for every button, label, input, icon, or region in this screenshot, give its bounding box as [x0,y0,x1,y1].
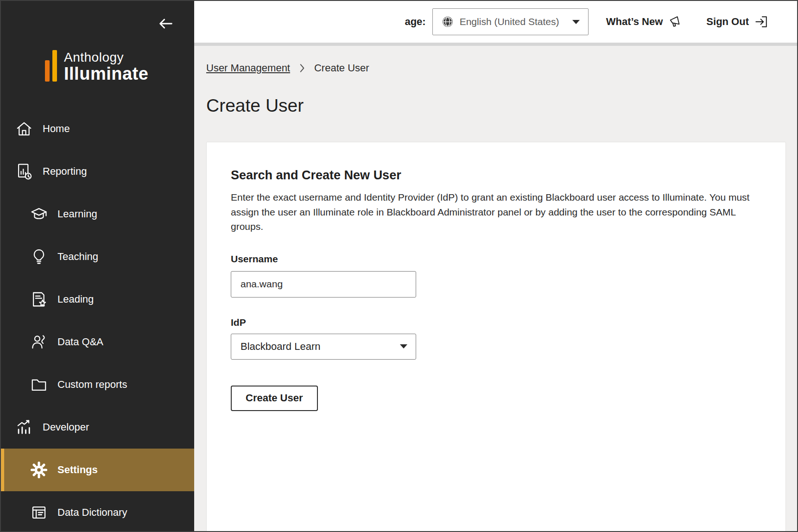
data-qa-icon [30,333,48,351]
custom-reports-icon [30,375,48,394]
reporting-icon [15,162,33,181]
sign-out-label: Sign Out [706,16,749,28]
sign-out-icon [754,15,768,29]
sidebar-item-home[interactable]: Home [1,108,194,150]
username-label: Username [231,253,761,265]
topbar: age: English (United States) What’s New [194,1,797,46]
whats-new-button[interactable]: What’s New [606,15,683,29]
sidebar-item-custom-reports[interactable]: Custom reports [1,363,194,406]
logo-line1: Anthology [64,50,148,65]
sidebar-item-data-qa[interactable]: Data Q&A [1,321,194,363]
developer-icon [15,418,33,437]
globe-icon [441,15,454,28]
sidebar-collapse-button[interactable] [156,14,176,33]
idp-select[interactable]: Blackboard Learn [231,334,416,360]
data-dictionary-icon [30,503,48,522]
sidebar-item-label: Leading [57,293,94,305]
sidebar-item-label: Developer [43,421,89,433]
language-selector[interactable]: English (United States) [432,8,589,35]
page-title: Create User [206,95,797,116]
sidebar-item-label: Settings [57,464,98,476]
breadcrumb-user-management-link[interactable]: User Management [206,62,290,74]
leading-icon [30,290,48,309]
language-value: English (United States) [460,16,566,27]
chevron-down-icon [400,344,407,348]
sign-out-button[interactable]: Sign Out [706,15,768,29]
create-user-card: Search and Create New User Enter the exa… [206,142,786,532]
learning-icon [30,205,48,223]
teaching-icon [30,247,48,266]
arrow-left-icon [158,15,174,32]
idp-selected-value: Blackboard Learn [241,341,393,353]
breadcrumb: User Management Create User [206,62,797,74]
sidebar-item-label: Home [43,123,70,135]
sidebar-item-data-dictionary[interactable]: Data Dictionary [1,491,194,532]
sidebar-item-leading[interactable]: Leading [1,278,194,321]
sidebar-item-learning[interactable]: Learning [1,193,194,235]
logo-line2: Illuminate [64,65,148,83]
sidebar-item-reporting[interactable]: Reporting [1,150,194,193]
sidebar-item-label: Data Dictionary [57,507,127,519]
main-content: User Management Create User Create User … [194,49,797,531]
sidebar-item-label: Custom reports [57,379,127,391]
anthology-illuminate-logo: Anthology Illuminate [45,50,148,83]
home-icon [15,120,33,138]
sidebar-item-developer[interactable]: Developer [1,406,194,449]
breadcrumb-current: Create User [314,62,369,74]
sidebar: Anthology Illuminate Home [1,1,194,532]
sidebar-item-label: Data Q&A [57,336,103,348]
card-heading: Search and Create New User [231,168,761,183]
language-label: age: [405,16,425,28]
create-user-button[interactable]: Create User [231,386,318,411]
megaphone-icon [668,15,682,29]
sidebar-item-label: Learning [57,208,97,220]
sidebar-nav: Home Reporting [1,108,194,532]
sidebar-item-settings[interactable]: Settings [1,449,194,491]
card-description: Enter the exact username and Identity Pr… [231,190,761,234]
whats-new-label: What’s New [606,16,663,28]
sidebar-item-teaching[interactable]: Teaching [1,235,194,278]
username-input[interactable] [231,271,416,298]
app-window: Anthology Illuminate Home [0,0,798,532]
logo-bars-icon [45,50,57,83]
idp-label: IdP [231,317,761,328]
settings-icon [30,461,48,479]
chevron-down-icon [572,20,580,24]
sidebar-item-label: Reporting [43,165,87,177]
sidebar-item-label: Teaching [57,251,98,263]
chevron-right-icon [298,63,306,73]
